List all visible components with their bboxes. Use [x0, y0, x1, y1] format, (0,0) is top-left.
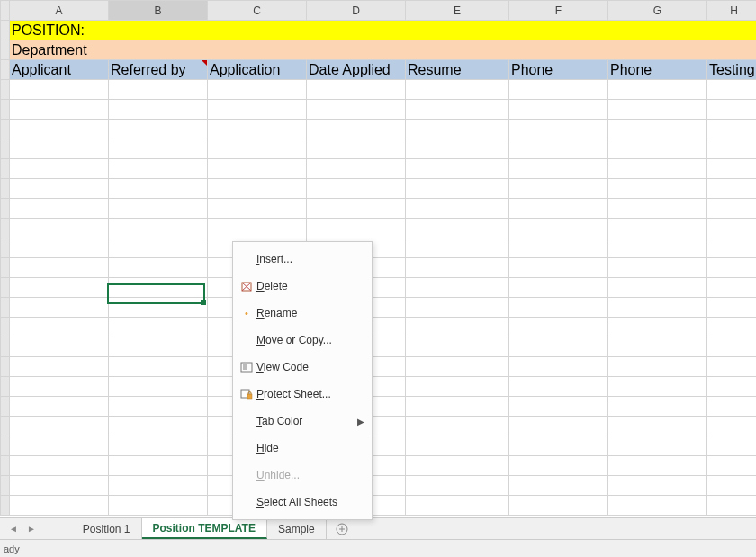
cell[interactable]	[707, 417, 757, 436]
row-header[interactable]	[1, 179, 10, 199]
cell[interactable]	[208, 179, 307, 199]
cell[interactable]	[509, 278, 608, 298]
row-header[interactable]	[1, 80, 10, 100]
cell[interactable]	[10, 318, 109, 337]
cell[interactable]	[707, 357, 757, 377]
cell[interactable]	[509, 496, 608, 516]
cell[interactable]	[608, 199, 707, 219]
cell[interactable]	[608, 436, 707, 456]
menu-move-copy[interactable]: Move or Copy...	[233, 327, 372, 354]
cell[interactable]	[10, 120, 109, 139]
cell[interactable]	[10, 179, 109, 199]
row-header[interactable]	[1, 159, 10, 179]
row-header[interactable]	[1, 298, 10, 318]
row-header[interactable]	[1, 258, 10, 278]
cell[interactable]	[406, 100, 509, 120]
cell[interactable]	[10, 417, 109, 436]
cell[interactable]	[208, 159, 307, 179]
cell[interactable]	[707, 238, 757, 258]
cell[interactable]	[509, 120, 608, 139]
cell[interactable]	[509, 476, 608, 496]
cell[interactable]	[509, 159, 608, 179]
cell[interactable]	[707, 219, 757, 238]
cell[interactable]	[509, 238, 608, 258]
cell[interactable]	[307, 80, 406, 100]
cell[interactable]	[10, 456, 109, 476]
cell[interactable]	[608, 357, 707, 377]
row-header[interactable]	[1, 397, 10, 417]
cell[interactable]	[109, 179, 208, 199]
header-application[interactable]: Application	[208, 60, 307, 80]
cell[interactable]	[109, 258, 208, 278]
new-sheet-button[interactable]	[327, 518, 357, 539]
menu-delete[interactable]: Delete	[233, 273, 372, 300]
cell[interactable]	[208, 139, 307, 159]
cell[interactable]	[406, 120, 509, 139]
cell[interactable]	[707, 80, 757, 100]
col-header-b[interactable]: B	[109, 1, 208, 21]
cell[interactable]	[707, 258, 757, 278]
cell[interactable]	[406, 298, 509, 318]
cell[interactable]	[509, 219, 608, 238]
cell[interactable]	[707, 337, 757, 357]
cell[interactable]	[406, 397, 509, 417]
cell[interactable]	[406, 456, 509, 476]
cell[interactable]	[10, 436, 109, 456]
header-testing[interactable]: Testing	[707, 60, 757, 80]
cell[interactable]	[307, 120, 406, 139]
select-all-corner[interactable]	[1, 1, 10, 21]
cell[interactable]	[608, 496, 707, 516]
cell[interactable]	[406, 258, 509, 278]
cell[interactable]	[406, 417, 509, 436]
cell[interactable]	[406, 337, 509, 357]
cell[interactable]	[109, 377, 208, 397]
cell[interactable]	[608, 219, 707, 238]
menu-tab-color[interactable]: Tab Color ▶	[233, 408, 372, 435]
cell[interactable]	[608, 298, 707, 318]
row-header[interactable]	[1, 417, 10, 436]
cell[interactable]	[406, 80, 509, 100]
cell[interactable]	[109, 159, 208, 179]
cell[interactable]	[707, 476, 757, 496]
cell[interactable]	[406, 199, 509, 219]
row-header[interactable]	[1, 199, 10, 219]
cell[interactable]	[208, 120, 307, 139]
cell[interactable]	[509, 258, 608, 278]
cell[interactable]	[707, 298, 757, 318]
cell[interactable]	[509, 397, 608, 417]
row-header[interactable]	[1, 139, 10, 159]
row-header[interactable]	[1, 456, 10, 476]
col-header-e[interactable]: E	[406, 1, 509, 21]
cell[interactable]	[608, 417, 707, 436]
cell[interactable]	[509, 337, 608, 357]
cell[interactable]	[608, 278, 707, 298]
cell[interactable]	[509, 318, 608, 337]
row-header[interactable]	[1, 337, 10, 357]
row-header[interactable]	[1, 100, 10, 120]
col-header-f[interactable]: F	[509, 1, 608, 21]
cell[interactable]	[208, 219, 307, 238]
cell[interactable]	[509, 100, 608, 120]
cell[interactable]	[707, 496, 757, 516]
cell[interactable]	[707, 139, 757, 159]
cell[interactable]	[509, 456, 608, 476]
menu-select-all-sheets[interactable]: Select All Sheets	[233, 489, 372, 516]
menu-protect-sheet[interactable]: Protect Sheet...	[233, 381, 372, 408]
cell[interactable]	[109, 219, 208, 238]
cell[interactable]	[109, 337, 208, 357]
cell[interactable]	[10, 357, 109, 377]
cell[interactable]	[208, 199, 307, 219]
tab-position-template[interactable]: Position TEMPLATE	[142, 518, 267, 539]
cell[interactable]	[109, 278, 208, 298]
cell[interactable]	[509, 80, 608, 100]
row-header[interactable]	[1, 219, 10, 238]
cell[interactable]	[10, 377, 109, 397]
cell[interactable]	[307, 159, 406, 179]
cell[interactable]	[406, 139, 509, 159]
cell[interactable]	[406, 357, 509, 377]
cell[interactable]	[109, 298, 208, 318]
cell[interactable]	[10, 80, 109, 100]
cell[interactable]	[509, 357, 608, 377]
cell[interactable]	[109, 238, 208, 258]
cell[interactable]	[509, 139, 608, 159]
